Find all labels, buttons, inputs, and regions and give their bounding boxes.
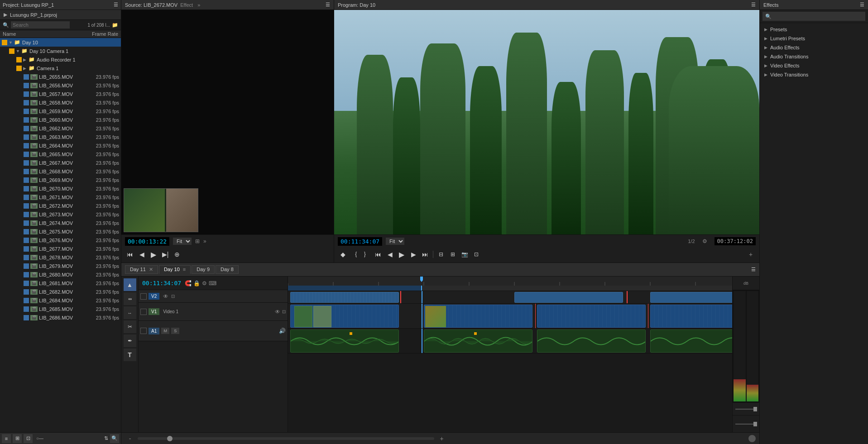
- file-list-item[interactable]: 🎬LIB_2665.MOV23.976 fps: [0, 150, 121, 158]
- volume-slider-a1[interactable]: [753, 422, 757, 426]
- panel-menu-icon[interactable]: ☰: [114, 2, 118, 8]
- search-btn[interactable]: 🔍: [110, 434, 119, 443]
- source-settings-icon[interactable]: ⊞: [195, 238, 200, 244]
- program-play-btn[interactable]: ▶: [397, 249, 407, 259]
- file-list-item[interactable]: 🎬LIB_2655.MOV23.976 fps: [0, 72, 121, 81]
- v2-clip-2[interactable]: [514, 292, 623, 303]
- volume-slider-v1[interactable]: [753, 407, 757, 411]
- tab-day8[interactable]: Day 8: [216, 265, 239, 274]
- program-settings-icon[interactable]: ⚙: [702, 238, 707, 244]
- tl-zoom-slider[interactable]: [138, 437, 434, 440]
- file-list-item[interactable]: 🎬LIB_2678.MOV23.976 fps: [0, 253, 121, 262]
- effect-category-item[interactable]: ▶Video Transitions: [760, 70, 868, 79]
- tl-zoom-in-btn[interactable]: +: [437, 434, 447, 444]
- v1-eye-icon[interactable]: 👁: [275, 309, 280, 315]
- effect-category-item[interactable]: ▶Audio Transitions: [760, 52, 868, 61]
- v2-snap-icon[interactable]: ⊡: [171, 294, 175, 299]
- effects-search-input[interactable]: [762, 12, 865, 21]
- v2-eye-icon[interactable]: 👁: [163, 293, 168, 300]
- tool-razor[interactable]: ✂: [124, 320, 136, 333]
- tab-day10-close[interactable]: ≡: [183, 267, 186, 272]
- file-list-item[interactable]: ▼📁Day 10 Camera 1: [0, 47, 121, 55]
- file-list-item[interactable]: 🎬LIB_2664.MOV23.976 fps: [0, 141, 121, 150]
- v1-clip-1[interactable]: [290, 305, 399, 328]
- effect-category-item[interactable]: ▶Audio Effects: [760, 43, 868, 52]
- icon-view-btn[interactable]: ⊞: [13, 434, 22, 443]
- file-list-item[interactable]: 🎬LIB_2668.MOV23.976 fps: [0, 167, 121, 176]
- program-prev-frame-btn[interactable]: ◀: [385, 249, 395, 259]
- zoom-control[interactable]: ○—: [36, 436, 43, 441]
- file-list-item[interactable]: 🎬LIB_2675.MOV23.976 fps: [0, 227, 121, 236]
- file-list-item[interactable]: 🎬LIB_2673.MOV23.976 fps: [0, 210, 121, 219]
- source-next-frame-btn[interactable]: ▶|: [160, 249, 170, 259]
- v1-label[interactable]: V1: [149, 308, 159, 315]
- sort-btn[interactable]: ⇅: [104, 435, 108, 441]
- source-timecode[interactable]: 00:00:13:22: [125, 237, 169, 246]
- file-list-item[interactable]: 🎬LIB_2677.MOV23.976 fps: [0, 244, 121, 253]
- effect-category-item[interactable]: ▶Lumetri Presets: [760, 34, 868, 43]
- file-list-item[interactable]: 🎬LIB_2662.MOV23.976 fps: [0, 124, 121, 133]
- file-list-item[interactable]: 🎬LIB_2658.MOV23.976 fps: [0, 98, 121, 107]
- file-list-item[interactable]: 🎬LIB_2679.MOV23.976 fps: [0, 262, 121, 270]
- file-list-item[interactable]: 🎬LIB_2676.MOV23.976 fps: [0, 236, 121, 244]
- v2-lock[interactable]: [140, 293, 147, 300]
- tl-tool-key[interactable]: ⌨: [209, 280, 216, 286]
- v2-clip-3[interactable]: [650, 292, 732, 303]
- file-list-item[interactable]: 🎬LIB_2663.MOV23.976 fps: [0, 133, 121, 141]
- v2-clip-1[interactable]: [290, 292, 399, 303]
- tab-day11[interactable]: Day 11 ✕: [125, 265, 158, 274]
- list-view-btn[interactable]: ≡: [2, 434, 11, 443]
- source-more-icon[interactable]: »: [203, 238, 206, 244]
- source-insert-btn[interactable]: ⊕: [172, 249, 182, 259]
- v1-snap-icon[interactable]: ⊡: [282, 309, 286, 314]
- program-marker-btn[interactable]: ◆: [338, 249, 348, 259]
- tab-day9[interactable]: Day 9: [192, 265, 215, 274]
- a1-lock[interactable]: [140, 328, 147, 334]
- file-list-item[interactable]: ▼📁Day 10: [0, 38, 121, 47]
- file-list-item[interactable]: 🎬LIB_2669.MOV23.976 fps: [0, 176, 121, 184]
- timeline-scrub-bar[interactable]: [288, 286, 732, 291]
- program-export-frame-btn[interactable]: 📷: [460, 249, 470, 259]
- program-send-btn[interactable]: ⊡: [471, 249, 481, 259]
- program-add-marker-btn[interactable]: +: [746, 249, 756, 259]
- a1-clip-2[interactable]: [424, 329, 532, 353]
- program-in-btn[interactable]: ｛: [350, 249, 360, 259]
- a1-m-btn[interactable]: M: [161, 328, 169, 334]
- file-list-item[interactable]: ▶📁Camera 1: [0, 64, 121, 72]
- tl-tool-lock[interactable]: 🔒: [193, 280, 200, 286]
- program-next-frame-btn[interactable]: ▶: [408, 249, 418, 259]
- v1-clip-4[interactable]: [650, 305, 732, 328]
- program-step-back-btn[interactable]: ⏮: [373, 249, 383, 259]
- effects-panel-menu[interactable]: ☰: [860, 2, 864, 8]
- tool-rate-stretch[interactable]: ↔: [124, 306, 136, 319]
- freeform-view-btn[interactable]: ⊡: [24, 434, 33, 443]
- file-list-item[interactable]: 🎬LIB_2686.MOV23.976 fps: [0, 313, 121, 322]
- timeline-ruler[interactable]: [288, 277, 732, 286]
- file-list-item[interactable]: 🎬LIB_2657.MOV23.976 fps: [0, 90, 121, 98]
- tool-ripple[interactable]: ⇔: [124, 292, 136, 305]
- file-list-item[interactable]: 🎬LIB_2684.MOV23.976 fps: [0, 296, 121, 305]
- tl-tool-magnet[interactable]: 🧲: [185, 280, 192, 286]
- file-list-item[interactable]: 🎬LIB_2659.MOV23.976 fps: [0, 107, 121, 115]
- program-timecode[interactable]: 00:11:34:07: [338, 237, 382, 246]
- a1-label[interactable]: A1: [149, 328, 159, 334]
- file-list-item[interactable]: 🎬LIB_2660.MOV23.976 fps: [0, 115, 121, 124]
- file-list-item[interactable]: 🎬LIB_2670.MOV23.976 fps: [0, 184, 121, 193]
- program-safe-btn[interactable]: ⊟: [436, 249, 446, 259]
- file-list-item[interactable]: 🎬LIB_2680.MOV23.976 fps: [0, 270, 121, 279]
- program-panel-menu[interactable]: ☰: [751, 2, 756, 8]
- v1-lock[interactable]: [140, 309, 147, 315]
- source-panel-menu[interactable]: ☰: [326, 2, 330, 8]
- program-zoom-btn[interactable]: ⊞: [448, 249, 458, 259]
- source-header-expand[interactable]: »: [197, 2, 200, 8]
- v1-clip-2[interactable]: [424, 305, 532, 328]
- effect-category-item[interactable]: ▶Presets: [760, 25, 868, 34]
- v2-label[interactable]: V2: [149, 293, 159, 300]
- effect-category-item[interactable]: ▶Video Effects: [760, 61, 868, 70]
- file-list-item[interactable]: 🎬LIB_2672.MOV23.976 fps: [0, 201, 121, 210]
- tl-tool-settings[interactable]: ⚙: [202, 280, 207, 286]
- timeline-panel-menu[interactable]: ☰: [751, 267, 756, 272]
- file-list-item[interactable]: 🎬LIB_2685.MOV23.976 fps: [0, 305, 121, 313]
- program-step-fwd-btn[interactable]: ⏭: [420, 249, 430, 259]
- file-list-item[interactable]: 🎬LIB_2681.MOV23.976 fps: [0, 279, 121, 287]
